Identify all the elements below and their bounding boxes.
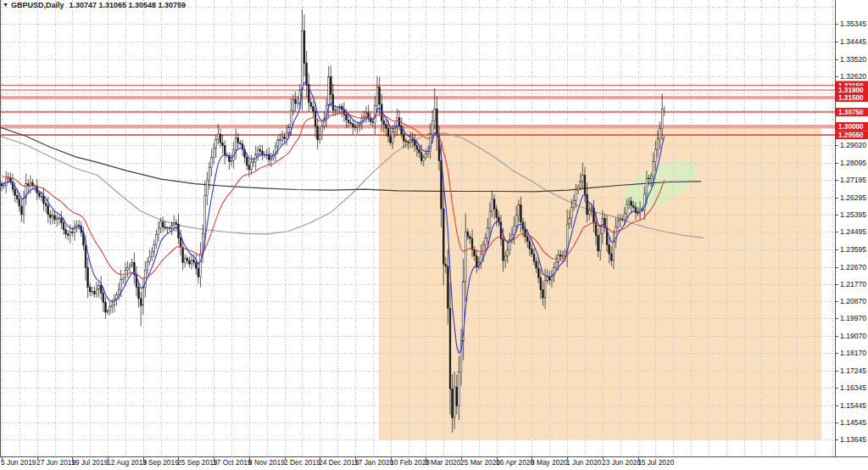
candle-body [246, 157, 248, 165]
candle-body [127, 268, 129, 271]
candle-body [577, 187, 579, 189]
candle-body [423, 157, 425, 160]
candle-body [21, 206, 23, 215]
y-axis-label: 1.26295 [840, 193, 866, 202]
candle-body [262, 151, 264, 154]
candle-body [186, 259, 188, 260]
candle-body [520, 205, 522, 222]
candle-body [142, 287, 144, 305]
candle-body [365, 113, 367, 116]
candle-body [414, 141, 415, 146]
candle-body [449, 309, 451, 389]
candle-body [537, 268, 539, 277]
candle-body [224, 146, 225, 155]
candle-body [65, 230, 67, 234]
candle-body [452, 389, 453, 417]
candle-body [63, 223, 64, 230]
candle-body [313, 106, 314, 110]
candle-body [321, 126, 323, 136]
candle-body [476, 256, 477, 267]
candle-body [118, 290, 120, 295]
candle-body [60, 218, 62, 222]
candle-body [548, 277, 550, 280]
symbol-timeframe-label: GBPUSD,Daily [11, 1, 64, 9]
candle-body [431, 120, 433, 134]
tags-layer: 1.321501.319001.315001.307501.300001.295… [836, 81, 868, 139]
candle-body [436, 109, 437, 136]
candle-body [420, 153, 422, 161]
candle-body [425, 154, 426, 158]
price-line-tag-label: 1.31500 [838, 94, 864, 102]
candle-body [459, 372, 460, 406]
y-axis-label: 1.27195 [840, 176, 866, 184]
candle-body [259, 149, 261, 151]
candle-body [222, 143, 224, 145]
chart-canvas[interactable]: 1.353451.344451.335201.326201.290201.280… [0, 0, 868, 470]
candle-body [533, 254, 535, 261]
x-axis-label: 8 May 2020 [531, 458, 568, 467]
candle-body [284, 137, 286, 138]
candle-body [419, 149, 420, 153]
y-axis-label: 1.33520 [840, 55, 866, 64]
y-axis-label: 1.15445 [840, 401, 866, 410]
candle-body [295, 99, 297, 104]
candle-body [562, 255, 564, 256]
candle-body [200, 254, 202, 277]
candle-body [162, 222, 164, 227]
candle-body [540, 277, 542, 289]
candle-body [383, 120, 385, 125]
candle-body [588, 210, 590, 215]
candle-body [286, 133, 287, 139]
candle-body [281, 137, 283, 140]
candle-body [47, 205, 49, 215]
y-axis-label: 1.28095 [840, 159, 866, 167]
x-axis-label: 12 Aug 2019 [107, 458, 147, 467]
candle-body [376, 87, 378, 106]
candle-body [328, 76, 330, 105]
candle-body [87, 267, 89, 287]
candle-body [92, 291, 93, 292]
candle-body [120, 280, 122, 290]
candle-body [434, 109, 436, 121]
price-line-tag-label: 1.30750 [838, 109, 864, 116]
candle-body [661, 109, 663, 129]
candle-body [206, 180, 208, 195]
supply-demand-zone[interactable] [379, 127, 821, 439]
candle-body [664, 112, 665, 113]
candle-body [416, 146, 418, 149]
candle-body [485, 238, 487, 245]
candle-body [240, 143, 242, 143]
candle-body [526, 237, 528, 242]
x-axis-label: 2 Dec 2019 [284, 458, 320, 467]
candle-body [302, 31, 303, 90]
x-axis-label: 24 Dec 2019 [319, 458, 359, 467]
candle-body [235, 138, 236, 150]
candle-body [354, 127, 356, 128]
x-axis-label: 15 Jul 2020 [637, 458, 675, 467]
candle-body [43, 196, 45, 203]
candle-body [584, 176, 586, 194]
candle-body [129, 266, 131, 268]
candle-body [536, 261, 537, 268]
candle-body [482, 244, 484, 254]
candle-body [648, 178, 650, 179]
x-axis-label: 3 Mar 2020 [425, 458, 461, 467]
candle-body [85, 245, 86, 267]
x-axis-label: 16 Apr 2020 [496, 458, 535, 467]
candle-body [346, 115, 348, 120]
candle-body [609, 245, 610, 255]
x-axis-label: 5 Jun 2019 [1, 458, 36, 467]
candle-body [167, 228, 169, 229]
candle-body [98, 285, 100, 289]
candle-body [209, 168, 210, 181]
candle-body [496, 210, 498, 217]
candle-body [3, 186, 5, 187]
candle-body [503, 239, 504, 260]
candle-body [392, 131, 393, 143]
candle-body [107, 311, 108, 312]
candle-body [569, 218, 570, 224]
hlines-layer [0, 85, 835, 135]
candle-body [442, 209, 444, 264]
candle-body [580, 182, 581, 187]
candle-body [632, 206, 634, 208]
